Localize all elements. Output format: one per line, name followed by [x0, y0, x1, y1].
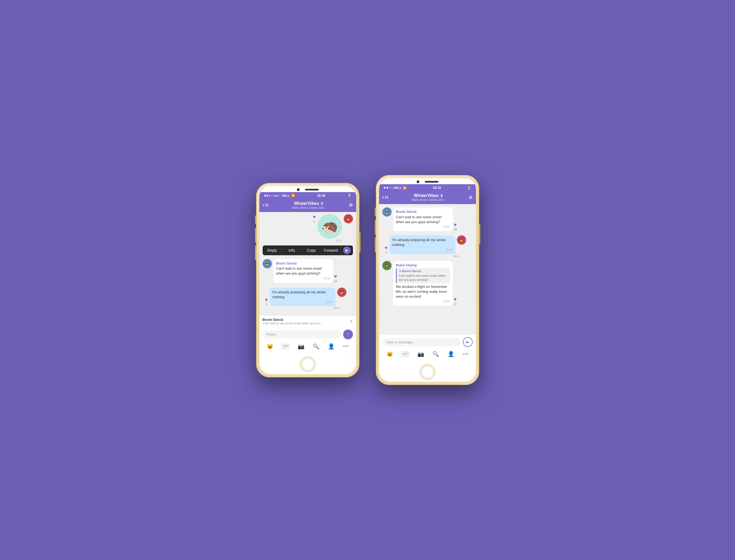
battery-area-2: 🔋 [467, 186, 471, 190]
chat-area-1: ♥ 2 🦔 16:14 👩 Reply [259, 212, 356, 315]
reply-bar-text-1: Can't wait to see some snow! when are yo… [263, 322, 349, 325]
home-button-1[interactable] [300, 357, 315, 372]
header-right-2: ⊕ [469, 194, 473, 200]
profile-toolbar-icon-2[interactable]: 👤 [448, 351, 454, 357]
reply-bar-close-1[interactable]: ✕ [349, 319, 353, 324]
bubble-2-2[interactable]: I'm already preparing all my winter clot… [389, 235, 455, 254]
bruno-face-2: 😎 [385, 210, 389, 214]
bubble-2-1[interactable]: Bruno Garcia Can't wait to see some snow… [393, 207, 453, 231]
chat-subtitle-2: Adam, Bruno, Camiia, Eloi... [389, 198, 469, 201]
battery-area-1: 🔋 [347, 194, 351, 197]
wifi-icon-1: 📶 [291, 194, 295, 197]
speaker-2 [425, 181, 438, 183]
back-arrow-icon-1[interactable]: ‹ [263, 202, 264, 208]
chat-title-2[interactable]: WinterVibes ∨ [389, 193, 469, 198]
outgoing-content-2: ♥ 2 I'm already preparing all my winter … [385, 235, 473, 254]
message-input-2[interactable]: Type a message... [382, 338, 461, 346]
signal-dots-2 [384, 187, 393, 189]
more-toolbar-icon-1[interactable]: ••• [343, 343, 349, 349]
speaker-1 [305, 189, 319, 190]
reply-quote-text: Can't wait to see some snow! when are yo… [399, 274, 448, 282]
message-avatar-robin: 🧔 [382, 261, 392, 270]
sticker-toolbar-icon-2[interactable]: 😺 [386, 351, 393, 357]
message-row-2-3: 🧔 Robin Champ ↳ Bruno Garcia Can't wait … [382, 261, 473, 306]
gif-toolbar-icon-1[interactable]: GIF [282, 344, 289, 349]
camera-toolbar-icon-1[interactable]: 📷 [298, 343, 305, 350]
camera-1 [297, 188, 300, 191]
reply-button[interactable]: Reply [263, 245, 282, 255]
outgoing-avatar-1: 👩 [337, 288, 346, 297]
chat-title-1[interactable]: WinterVibes ∨ [269, 201, 349, 206]
copy-button[interactable]: Copy [302, 245, 321, 255]
info-button[interactable]: Info [282, 245, 302, 255]
message-row-1: 😎 Bruno Garcia Can't wait to see some sn… [263, 259, 353, 283]
home-button-inner-2 [422, 366, 433, 378]
like-badge-2: ♥ 2 [265, 297, 268, 306]
heart-icon-2-3[interactable]: ♥ [454, 297, 457, 302]
message-row-2-1: 😎 Bruno Garcia Can't wait to see some sn… [382, 207, 473, 231]
side-button-3 [255, 245, 256, 260]
message-input-1[interactable]: Reply... [263, 330, 341, 339]
forward-button[interactable]: Forward [321, 245, 341, 255]
bubble-2-3[interactable]: Robin Champ ↳ Bruno Garcia Can't wait to… [393, 261, 453, 306]
outgoing-face-1: 👩 [340, 290, 344, 294]
send-button-1[interactable]: ↑ [343, 330, 353, 339]
like-count-2: 2 [266, 303, 267, 306]
bubble-text-2: I'm already preparing all my winter clot… [272, 290, 333, 300]
camera-toolbar-icon-2[interactable]: 📷 [417, 351, 424, 357]
bubble-2[interactable]: I'm already preparing all my winter clot… [270, 288, 336, 306]
heart-icon-1[interactable]: ♥ [334, 274, 337, 279]
back-button-1[interactable]: ‹ 11 [263, 202, 269, 208]
sticker-row: ♥ 2 🦔 16:14 👩 [263, 214, 353, 242]
send-button-2[interactable]: ▶ [463, 337, 473, 347]
home-button-2[interactable] [420, 364, 435, 380]
carrier-label-1: ●●○○ BELL [274, 194, 290, 197]
message-avatar-bruno-1: 😎 [263, 259, 272, 268]
home-button-area-2 [379, 360, 476, 382]
side-button-1 [255, 216, 256, 224]
search-toolbar-icon-2[interactable]: 🔍 [432, 351, 439, 357]
heart-icon-2-2[interactable]: ♥ [385, 245, 388, 251]
more-toolbar-icon-2[interactable]: ••• [463, 351, 468, 357]
dot2-3 [389, 187, 390, 189]
heart-icon-2[interactable]: ♥ [265, 297, 268, 303]
dot3 [269, 195, 271, 196]
battery-icon-1: 🔋 [347, 194, 351, 197]
add-user-icon-1[interactable]: ⊕ [349, 202, 353, 208]
time-2: 16:16 [433, 186, 441, 190]
side-button-2-2 [375, 220, 376, 235]
bubble-sender-2-1: Bruno Garcia [396, 210, 450, 214]
notch-1 [259, 186, 356, 192]
chat-subtitle-1: Adam, Bruno, Camiia, Eloi... [269, 206, 349, 209]
like-badge-2-1: ♥ 12 [454, 222, 457, 231]
message-content-2-1: Bruno Garcia Can't wait to see some snow… [393, 207, 473, 231]
back-arrow-icon-2[interactable]: ‹ [382, 194, 384, 200]
back-button-2[interactable]: ‹ 11 [382, 194, 389, 200]
phone-1-screen: ●●○○ BELL 📶 16:16 🔋 ‹ 11 WinterVibes ∨ A… [259, 186, 356, 374]
like-count-2-1: 12 [454, 228, 457, 231]
play-button[interactable]: ▶ [343, 247, 351, 254]
gif-toolbar-icon-2[interactable]: GIF [401, 352, 409, 356]
reply-quote-name: ↳ Bruno Garcia [399, 269, 448, 273]
header-center-1: WinterVibes ∨ Adam, Bruno, Camiia, Eloi.… [269, 201, 349, 209]
search-toolbar-icon-1[interactable]: 🔍 [313, 343, 319, 350]
bubble-1[interactable]: Bruno Garcia Can't wait to see some snow… [273, 259, 333, 283]
header-right-1: ⊕ [349, 202, 353, 208]
sticker-emoji: 🦔 [321, 219, 338, 234]
sticker-avatar-face: 👩 [346, 217, 350, 221]
signal-dots-1 [264, 195, 273, 196]
profile-toolbar-icon-1[interactable]: 👤 [328, 343, 335, 350]
side-button-right [359, 232, 361, 252]
add-user-icon-2[interactable]: ⊕ [469, 194, 473, 200]
phone-2: BELL 📶 16:16 🔋 ‹ 11 WinterVibes ∨ Adam, … [376, 175, 479, 385]
wifi-icon-2: 📶 [403, 186, 407, 190]
sticker-toolbar-icon-1[interactable]: 😺 [267, 343, 273, 350]
back-count-1: 11 [265, 203, 269, 207]
seen-label-1: Seen [333, 307, 340, 310]
heart-icon-2-1[interactable]: ♥ [454, 222, 457, 228]
heart-icon-sticker[interactable]: ♥ [313, 214, 316, 220]
status-bar-2: BELL 📶 16:16 🔋 [379, 184, 476, 191]
sticker-like: ♥ 2 [313, 214, 316, 223]
like-badge-2-2: ♥ 2 [385, 245, 388, 254]
phone-1: ●●○○ BELL 📶 16:16 🔋 ‹ 11 WinterVibes ∨ A… [256, 183, 359, 377]
